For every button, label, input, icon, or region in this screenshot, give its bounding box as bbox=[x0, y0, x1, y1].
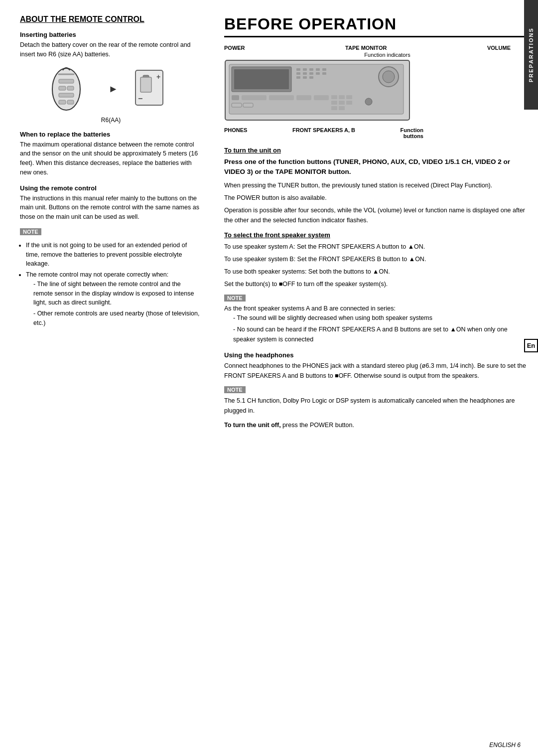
svg-rect-16 bbox=[234, 69, 289, 89]
svg-rect-32 bbox=[232, 95, 239, 100]
english-label: ENGLISH 6 bbox=[489, 742, 521, 749]
note3-label: NOTE bbox=[224, 386, 246, 393]
note-sub-list: The line of sight between the remote con… bbox=[33, 280, 202, 328]
svg-rect-43 bbox=[331, 101, 337, 105]
note3-text: The 5.1 CH function, Dolby Pro Logic or … bbox=[224, 396, 528, 416]
function-indicators-label: Function indicators bbox=[264, 52, 511, 58]
note2-list: - The sound will be slightly decreased w… bbox=[233, 313, 528, 344]
diagram-top-labels: POWER TAPE MONITOR VOLUME bbox=[224, 45, 511, 51]
en-badge: En bbox=[524, 339, 538, 352]
svg-rect-3 bbox=[59, 86, 66, 90]
svg-point-31 bbox=[383, 71, 395, 83]
headphones-heading: Using the headphones bbox=[224, 351, 528, 359]
svg-rect-2 bbox=[59, 79, 74, 83]
svg-rect-40 bbox=[331, 95, 337, 99]
diagram-area: POWER TAPE MONITOR VOLUME Function indic… bbox=[224, 45, 528, 139]
note2-label: NOTE bbox=[224, 295, 246, 302]
svg-rect-37 bbox=[232, 103, 242, 107]
remote-illustration: ► + − bbox=[20, 64, 202, 114]
svg-rect-23 bbox=[303, 72, 307, 75]
when-replace-heading: When to replace the batteries bbox=[20, 131, 202, 138]
turn-off-text: To turn the unit off, press the POWER bu… bbox=[224, 421, 528, 430]
note-item-1: If the unit is not going to be used for … bbox=[26, 241, 202, 269]
note2-body: As the front speaker systems A and B are… bbox=[224, 304, 528, 345]
inserting-batteries-text: Detach the battery cover on the rear of … bbox=[20, 40, 202, 59]
svg-rect-21 bbox=[322, 68, 326, 71]
when-replace-text: The maximum operational distance between… bbox=[20, 140, 202, 177]
svg-rect-41 bbox=[339, 95, 345, 99]
diagram-bottom-labels: PHONES FRONT SPEAKERS A, B Functionbutto… bbox=[224, 127, 423, 139]
svg-rect-35 bbox=[296, 95, 311, 100]
label-power: POWER bbox=[224, 45, 245, 51]
headphones-body: Connect headphones to the PHONES jack wi… bbox=[224, 361, 528, 381]
svg-text:−: − bbox=[138, 94, 142, 103]
label-phones: PHONES bbox=[224, 127, 247, 139]
note2-item-2: - No sound can be heard if the FRONT SPE… bbox=[233, 324, 528, 344]
to-turn-on-heading: To turn the unit on bbox=[224, 147, 528, 154]
page-title: BEFORE OPERATION bbox=[224, 15, 528, 37]
svg-rect-47 bbox=[339, 106, 345, 110]
svg-rect-33 bbox=[242, 95, 267, 100]
svg-text:+: + bbox=[156, 73, 160, 81]
svg-rect-44 bbox=[339, 101, 345, 105]
note-sub-1: The line of sight between the remote con… bbox=[33, 280, 202, 307]
speaker-body-4: Set the button(s) to ■OFF to turn off th… bbox=[224, 279, 528, 289]
svg-rect-19 bbox=[309, 68, 313, 71]
r6-label: R6(AA) bbox=[20, 117, 202, 124]
press-function-text: Press one of the function buttons (TUNER… bbox=[224, 157, 528, 177]
svg-rect-28 bbox=[303, 76, 307, 79]
label-function-buttons: Functionbuttons bbox=[401, 127, 423, 139]
svg-rect-26 bbox=[322, 72, 326, 75]
svg-rect-5 bbox=[59, 93, 74, 97]
svg-rect-20 bbox=[316, 68, 320, 71]
svg-rect-17 bbox=[296, 68, 300, 71]
note-section-3: NOTE The 5.1 CH function, Dolby Pro Logi… bbox=[224, 386, 528, 416]
note-list: If the unit is not going to be used for … bbox=[26, 241, 202, 328]
arrow-icon: ► bbox=[109, 83, 119, 95]
svg-rect-42 bbox=[346, 95, 352, 99]
svg-rect-12 bbox=[140, 77, 151, 92]
label-volume: VOLUME bbox=[487, 45, 511, 51]
svg-rect-36 bbox=[314, 95, 329, 100]
svg-rect-24 bbox=[309, 72, 313, 75]
left-section-title: ABOUT THE REMOTE CONTROL bbox=[20, 15, 202, 24]
svg-point-39 bbox=[365, 98, 372, 105]
body-text-2: The POWER button is also available. bbox=[224, 193, 528, 203]
svg-rect-18 bbox=[303, 68, 307, 71]
note-section-2: NOTE As the front speaker systems A and … bbox=[224, 294, 528, 345]
label-tape-monitor: TAPE MONITOR bbox=[345, 45, 387, 51]
note-sub-2: Other remote controls are used nearby (t… bbox=[33, 309, 202, 328]
svg-rect-45 bbox=[346, 101, 352, 105]
svg-rect-7 bbox=[67, 100, 74, 104]
svg-rect-29 bbox=[309, 76, 313, 79]
battery-svg: + − bbox=[128, 65, 173, 113]
speaker-body-2: To use speaker system B: Set the FRONT S… bbox=[224, 254, 528, 264]
left-column: ABOUT THE REMOTE CONTROL Inserting batte… bbox=[0, 0, 214, 756]
body-text-3: Operation is possible after four seconds… bbox=[224, 205, 528, 225]
body-text-1: When pressing the TUNER button, the prev… bbox=[224, 180, 528, 190]
device-diagram-svg bbox=[224, 59, 423, 124]
note-label: NOTE bbox=[20, 228, 41, 235]
headphones-section: Using the headphones Connect headphones … bbox=[224, 351, 528, 381]
svg-rect-27 bbox=[296, 76, 300, 79]
note-item-2: The remote control may not operate corre… bbox=[26, 270, 202, 328]
remote-svg bbox=[49, 65, 99, 113]
svg-rect-38 bbox=[243, 103, 253, 107]
note2-intro: As the front speaker systems A and B are… bbox=[224, 304, 528, 313]
speaker-body-1: To use speaker system A: Set the FRONT S… bbox=[224, 242, 528, 252]
note2-item-1: - The sound will be slightly decreased w… bbox=[233, 313, 528, 323]
svg-rect-25 bbox=[316, 72, 320, 75]
to-select-heading: To select the front speaker system bbox=[224, 231, 528, 239]
svg-rect-46 bbox=[331, 106, 337, 110]
label-front-speakers: FRONT SPEAKERS A, B bbox=[292, 127, 355, 139]
svg-rect-22 bbox=[296, 72, 300, 75]
using-remote-text: The instructions in this manual refer ma… bbox=[20, 194, 202, 222]
page: ABOUT THE REMOTE CONTROL Inserting batte… bbox=[0, 0, 538, 756]
using-remote-heading: Using the remote control bbox=[20, 184, 202, 192]
svg-rect-34 bbox=[269, 95, 294, 100]
speaker-body-3: To use both speaker systems: Set both th… bbox=[224, 267, 528, 277]
right-column: PREPARATIONS BEFORE OPERATION POWER TAPE… bbox=[214, 0, 538, 756]
svg-rect-4 bbox=[67, 86, 74, 90]
inserting-batteries-heading: Inserting batteries bbox=[20, 31, 202, 38]
svg-rect-6 bbox=[59, 100, 66, 104]
